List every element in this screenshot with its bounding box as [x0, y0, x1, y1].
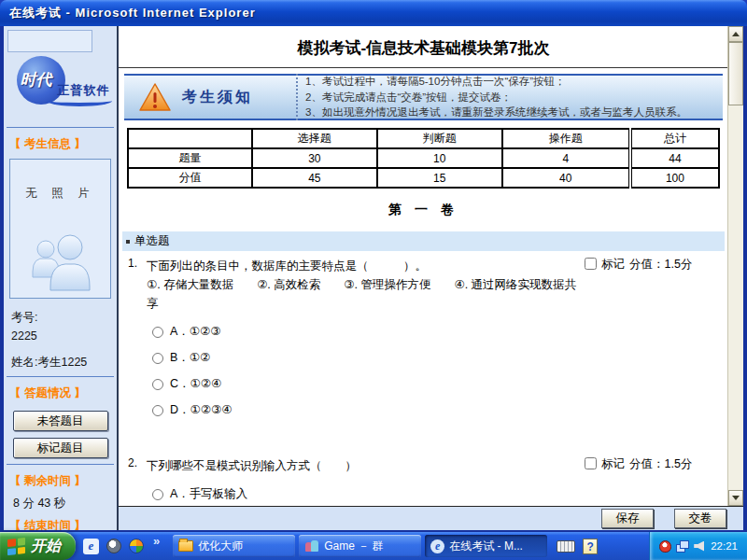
- question-number: 1.: [122, 257, 147, 313]
- mark-label: 标记: [601, 257, 625, 273]
- chevron-expand-icon[interactable]: »: [151, 534, 162, 548]
- cell: 15: [377, 168, 502, 188]
- start-button[interactable]: 开始: [0, 532, 76, 560]
- option-b-radio[interactable]: [152, 353, 163, 364]
- option-row[interactable]: B．①②: [152, 351, 725, 365]
- taskbar-item-game-group[interactable]: Game － 群: [299, 535, 421, 557]
- taskbar-item-label: Game － 群: [324, 539, 383, 554]
- cell: 100: [630, 168, 719, 188]
- cell: 4: [502, 148, 630, 168]
- cell: 10: [377, 148, 502, 168]
- system-tray: 22:21: [649, 532, 747, 560]
- unanswered-questions-button[interactable]: 未答题目: [13, 411, 108, 431]
- warning-icon: [139, 83, 171, 112]
- remaining-time-value: 8 分 43 秒: [4, 492, 117, 511]
- question-section-bar: 单选题: [122, 231, 725, 251]
- qq-tray-icon[interactable]: [659, 540, 671, 553]
- student-name: 姓名:考生1225: [4, 345, 117, 371]
- option-a-radio[interactable]: [152, 327, 163, 338]
- option-label: A．①②③: [170, 324, 220, 340]
- notice-item: 3、如出现意外情况退出考试，请重新登录系统继续考试，或者与监考人员联系。: [305, 105, 717, 120]
- mark-checkbox[interactable]: [585, 258, 597, 270]
- option-row[interactable]: A．手写板输入: [152, 487, 725, 501]
- student-info-heading: 【 考生信息 】: [4, 133, 117, 155]
- exam-content: 模拟考试-信息技术基础模块第7批次: [119, 26, 743, 506]
- window-title: 在线考试 - Microsoft Internet Explorer: [9, 5, 256, 21]
- score-summary-table: 选择题 判断题 操作题 总计 题量 30 10 4 44 分值 45: [127, 128, 720, 189]
- cell: 40: [502, 168, 630, 188]
- question-number: 2.: [122, 456, 147, 475]
- network-tray-icon[interactable]: [676, 540, 689, 552]
- taskbar-item-label: 在线考试 - M...: [449, 539, 523, 554]
- ie-icon: e: [430, 539, 444, 553]
- scroll-down-button[interactable]: [728, 490, 743, 506]
- question-text: 下列哪些不是模式识别输入方式（ ）: [147, 456, 585, 475]
- qq-group-icon: [304, 539, 319, 553]
- option-label: A．手写板输入: [170, 486, 247, 502]
- square-bullet-icon: [126, 240, 130, 244]
- messenger-quicklaunch-icon[interactable]: [106, 539, 121, 553]
- sidebar-divider: [7, 127, 114, 128]
- notice-item: 1、考试过程中，请每隔5-10分钟点击一次“保存”按钮；: [305, 74, 717, 90]
- cell: 30: [252, 148, 377, 168]
- title-divider: [119, 67, 728, 68]
- windows-logo-icon: [7, 538, 25, 555]
- browser-window: 时代 正普软件 【 考生信息 】 无 照 片: [0, 26, 747, 532]
- people-icon: [25, 234, 96, 292]
- scrollbar-thumb[interactable]: [728, 42, 743, 105]
- option-c-radio[interactable]: [152, 379, 163, 390]
- option-row[interactable]: A．①②③: [152, 325, 725, 339]
- question-2: 2. 下列哪些不是模式识别输入方式（ ） 标记 分值：1.5分 A．手写板输入: [122, 456, 725, 506]
- vertical-scrollbar[interactable]: [727, 26, 743, 506]
- media-player-quicklaunch-icon[interactable]: [129, 539, 144, 553]
- remaining-time-heading: 【 剩余时间 】: [4, 470, 117, 492]
- end-time-heading: 【 结束时间 】: [4, 515, 117, 530]
- mark-checkbox[interactable]: [585, 457, 597, 469]
- header-empty-cell: [128, 129, 252, 148]
- question-text: 下面列出的条目中，数据库的主要特点是（ ）。: [147, 257, 585, 275]
- up-arrow-icon: [732, 32, 740, 36]
- cell: 45: [252, 168, 377, 188]
- keyboard-indicator-icon[interactable]: [557, 540, 575, 553]
- screen: 在线考试 - Microsoft Internet Explorer 时代 正普…: [0, 0, 747, 560]
- question-section-label: 单选题: [134, 233, 170, 249]
- option-row[interactable]: C．①②④: [152, 377, 725, 391]
- notice-heading: 考生须知: [182, 88, 253, 107]
- scroll-up-button[interactable]: [728, 26, 743, 42]
- question-1: 1. 下面列出的条目中，数据库的主要特点是（ ）。 ①. 存储大量数据 ②. 高…: [122, 257, 725, 417]
- option-row[interactable]: D．①②③④: [152, 403, 725, 417]
- sidebar-top-box: [7, 30, 92, 52]
- header-cell: 总计: [630, 129, 719, 148]
- header-cell: 选择题: [252, 129, 377, 148]
- option-d-radio[interactable]: [152, 405, 163, 416]
- save-button[interactable]: 保存: [601, 509, 654, 528]
- submit-paper-button[interactable]: 交卷: [674, 509, 726, 528]
- sidebar: 时代 正普软件 【 考生信息 】 无 照 片: [4, 26, 119, 530]
- quick-launch: e »: [76, 532, 169, 560]
- table-row: 分值 45 15 40 100: [128, 168, 719, 188]
- taskbar-clock: 22:21: [709, 540, 738, 552]
- page-title: 模拟考试-信息技术基础模块第7批次: [122, 26, 725, 67]
- folder-icon: [178, 540, 193, 552]
- taskbar-item-youhua-dashi[interactable]: 优化大师: [173, 535, 295, 557]
- window-titlebar[interactable]: 在线考试 - Microsoft Internet Explorer: [0, 0, 747, 26]
- ie-quicklaunch-icon[interactable]: e: [83, 539, 99, 554]
- volume-heading: 第 一 卷: [122, 189, 725, 230]
- help-icon[interactable]: ?: [583, 539, 598, 554]
- marked-questions-button[interactable]: 标记题目: [13, 438, 108, 458]
- sidebar-divider: [7, 464, 114, 465]
- sidebar-divider: [7, 376, 114, 377]
- volume-tray-icon[interactable]: [694, 541, 704, 552]
- company-logo: 时代 正普软件: [9, 54, 112, 121]
- score-label: 分值：1.5分: [629, 257, 692, 273]
- notice-item: 2、考试完成请点击“交卷”按钮，提交试卷；: [305, 90, 717, 105]
- row-label: 分值: [128, 168, 252, 188]
- exam-no-value: 2225: [11, 327, 109, 345]
- option-a-radio[interactable]: [152, 489, 163, 500]
- header-cell: 判断题: [377, 129, 502, 148]
- option-label: C．①②④: [170, 376, 221, 392]
- taskbar-item-online-exam[interactable]: e 在线考试 - M...: [425, 535, 547, 557]
- notice-box: 考生须知 1、考试过程中，请每隔5-10分钟点击一次“保存”按钮； 2、考试完成…: [124, 74, 723, 120]
- header-cell: 操作题: [502, 129, 630, 148]
- exam-footer-bar: 保存 交卷: [119, 506, 743, 530]
